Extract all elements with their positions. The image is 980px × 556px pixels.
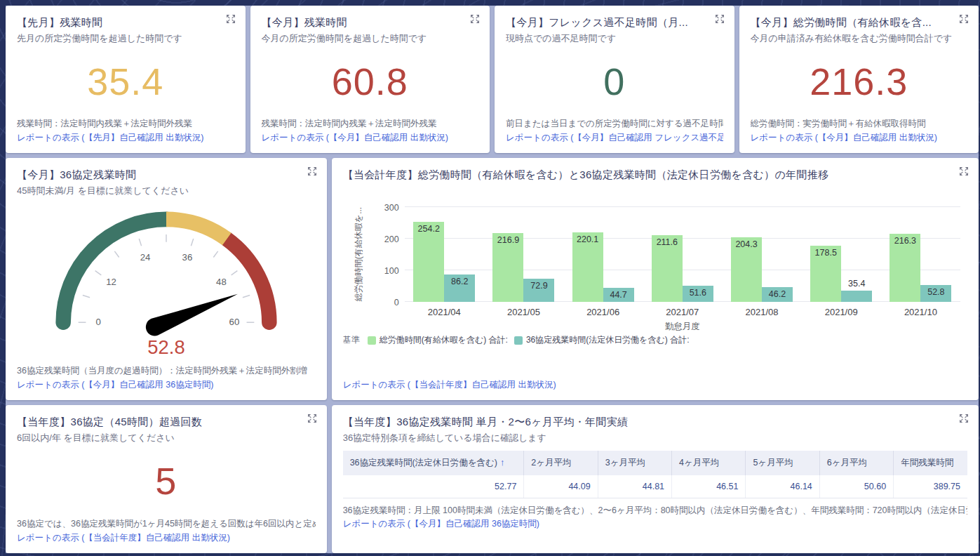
card-title: 【今月】残業時間 — [262, 15, 479, 29]
kpi-value: 35.4 — [87, 62, 163, 100]
bar-series-1[interactable]: 52.8 — [920, 285, 951, 302]
gauge-tick-label: 12 — [106, 277, 116, 287]
column-header[interactable]: 4ヶ月平均 — [672, 451, 746, 475]
column-header[interactable]: 6ヶ月平均 — [819, 451, 893, 475]
x-tick-label: 2021/09 — [825, 307, 858, 317]
card-title: 【今月】総労働時間（有給休暇を含... — [751, 15, 968, 29]
expand-icon[interactable] — [307, 166, 318, 178]
bar-value-label: 178.5 — [805, 248, 847, 258]
bar-series-1[interactable]: 86.2 — [444, 274, 475, 302]
table-row: 52.7744.0944.8146.5146.1450.60389.75 — [343, 475, 967, 498]
bar-value-label: 86.2 — [438, 277, 481, 286]
gauge-card-36-agreement-overtime: 【今月】36協定残業時間 45時間未満/月 を目標に就業してください 01224… — [6, 158, 327, 400]
x-tick-label: 2021/10 — [904, 307, 937, 317]
sort-asc-icon: ↑ — [500, 458, 504, 468]
expand-icon[interactable] — [226, 14, 237, 25]
report-link[interactable]: レポートの表示 (【今月】自己確認用 フレックス過不足時 — [506, 131, 723, 145]
expand-icon[interactable] — [470, 14, 481, 25]
y-tick-label: 200 — [371, 234, 399, 244]
bar-value-label: 51.6 — [677, 288, 719, 298]
bar-series-0[interactable]: 216.9 — [492, 233, 523, 302]
bar-plot-area: 勤怠月度 0100200300254.286.22021/04216.972.9… — [405, 207, 960, 302]
x-tick-label: 2021/04 — [428, 307, 461, 317]
column-header[interactable]: 36協定残業時間(法定休日労働を含む)↑ — [343, 451, 524, 475]
kpi-card-last-month-overtime: 【先月】残業時間 先月の所定労働時間を超過した時間です 35.4 残業時間：法定… — [6, 6, 246, 153]
overtime-stats-table: 36協定残業時間(法定休日労働を含む)↑2ヶ月平均3ヶ月平均4ヶ月平均5ヶ月平均… — [343, 451, 967, 498]
card-subtitle: 6回以内/年 を目標に就業してください — [17, 432, 316, 444]
bar-series-1[interactable]: 51.6 — [683, 286, 713, 302]
column-header[interactable]: 年間残業時間 — [894, 451, 967, 475]
report-link[interactable]: レポートの表示 (【先月】自己確認用 出勤状況) — [17, 131, 234, 145]
gridline — [405, 206, 960, 207]
gauge-segment — [166, 219, 227, 239]
card-subtitle: 45時間未満/月 を目標に就業してください — [17, 185, 316, 197]
gauge-segment — [227, 239, 269, 322]
kpi-value: 216.3 — [810, 62, 908, 100]
expand-icon[interactable] — [959, 413, 970, 425]
x-tick-label: 2021/07 — [666, 307, 699, 317]
expand-icon[interactable] — [307, 413, 318, 425]
table-cell: 44.09 — [524, 475, 598, 498]
kpi-value: 0 — [603, 62, 625, 100]
table-cell: 389.75 — [894, 475, 967, 498]
column-header[interactable]: 5ヶ月平均 — [746, 451, 819, 475]
gauge-tick — [83, 295, 90, 297]
card-title: 【先月】残業時間 — [17, 15, 234, 29]
gauge-tick-label: 36 — [182, 252, 192, 263]
column-header[interactable]: 3ヶ月平均 — [598, 451, 671, 475]
card-footer-note: 36協定残業時間（当月度の超過時間）：法定時間外残業＋法定時間外割増 — [17, 364, 316, 378]
card-title: 【今月】36協定残業時間 — [17, 167, 316, 182]
report-link[interactable]: レポートの表示 (【当会計年度】自己確認用 出勤状況) — [17, 531, 316, 545]
report-link[interactable]: レポートの表示 (【今月】自己確認用 36協定時間) — [17, 378, 316, 392]
bar-group: 216.352.8 — [890, 234, 951, 302]
y-tick-label: 0 — [371, 298, 399, 307]
bar-value-label: 254.2 — [408, 224, 450, 234]
card-footer-note: 総労働時間：実労働時間＋有給休暇取得時間 — [751, 117, 968, 131]
bar-series-1[interactable]: 35.4 — [841, 291, 872, 302]
x-tick-label: 2021/08 — [746, 307, 779, 317]
table-card-36-overtime-averages: 【当年度】36協定残業時間 単月・2〜6ヶ月平均・年間実績 36協定特別条項を締… — [332, 405, 979, 553]
bar-value-label: 46.2 — [756, 289, 798, 299]
report-link[interactable]: レポートの表示 (【今月】自己確認用 36協定時間) — [343, 517, 967, 531]
bar-series-1[interactable]: 46.2 — [762, 287, 793, 302]
gauge-needle — [146, 294, 238, 336]
bar-group: 204.346.2 — [731, 237, 793, 302]
bar-group: 220.144.7 — [572, 232, 634, 302]
card-footer-note: 36協定では、36協定残業時間が1ヶ月45時間を超える回数は年6回以内と定めら — [17, 517, 316, 531]
kpi-value: 60.8 — [332, 62, 408, 100]
expand-icon[interactable] — [959, 166, 970, 178]
card-footer-note: 残業時間：法定時間内残業＋法定時間外残業 — [17, 117, 234, 131]
legend-label: 36協定残業時間(法定休日労働を含む) 合計: — [526, 334, 690, 346]
bar-value-label: 72.9 — [518, 281, 560, 291]
column-header[interactable]: 2ヶ月平均 — [524, 451, 598, 475]
card-title: 【当年度】36協定残業時間 単月・2〜6ヶ月平均・年間実績 — [343, 414, 967, 429]
gauge-tick — [139, 239, 141, 246]
x-axis-label: 勤怠月度 — [665, 321, 700, 333]
legend-caption: 基準 — [343, 334, 360, 346]
bar-series-1[interactable]: 44.7 — [603, 288, 634, 302]
card-title: 【当会計年度】総労働時間（有給休暇を含む）と36協定残業時間（法定休日労働を含む… — [343, 167, 967, 182]
table-cell: 50.60 — [819, 475, 893, 498]
report-link[interactable]: レポートの表示 (【当会計年度】自己確認用 出勤状況) — [343, 378, 967, 392]
legend-item-36-overtime: 36協定残業時間(法定休日労働を含む) 合計: — [514, 334, 690, 346]
bar-group: 216.972.9 — [492, 233, 554, 302]
dashboard-canvas: 【先月】残業時間 先月の所定労働時間を超過した時間です 35.4 残業時間：法定… — [6, 6, 979, 553]
kpi-card-this-month-overtime: 【今月】残業時間 今月の所定労働時間を超過した時間です 60.8 残業時間：法定… — [250, 6, 490, 153]
card-subtitle: 今月の申請済み有給休暇を含む労働時間合計です — [751, 32, 968, 45]
expand-icon[interactable] — [715, 14, 726, 25]
bar-series-1[interactable]: 72.9 — [523, 279, 554, 302]
bar-series-0[interactable]: 254.2 — [413, 222, 444, 302]
legend-item-total-hours: 総労働時間(有給休暇を含む) 合計: — [368, 334, 508, 346]
kpi-card-total-work-hours: 【今月】総労働時間（有給休暇を含... 今月の申請済み有給休暇を含む労働時間合計… — [739, 6, 979, 153]
bar-series-0[interactable]: 178.5 — [810, 246, 841, 302]
legend-label: 総労働時間(有給休暇を含む) 合計: — [380, 334, 508, 346]
report-link[interactable]: レポートの表示 (【今月】自己確認用 出勤状況) — [262, 131, 479, 145]
table-cell: 46.14 — [746, 475, 819, 498]
bar-value-label: 220.1 — [567, 234, 609, 244]
bar-value-label: 216.3 — [884, 236, 926, 246]
kpi-value: 5 — [155, 462, 177, 500]
expand-icon[interactable] — [959, 14, 970, 25]
chart-legend: 基準 総労働時間(有給休暇を含む) 合計: 36協定残業時間(法定休日労働を含む… — [343, 334, 967, 346]
bar-group: 254.286.2 — [413, 222, 475, 302]
report-link[interactable]: レポートの表示 (【今月】自己確認用 出勤状況) — [751, 131, 968, 145]
